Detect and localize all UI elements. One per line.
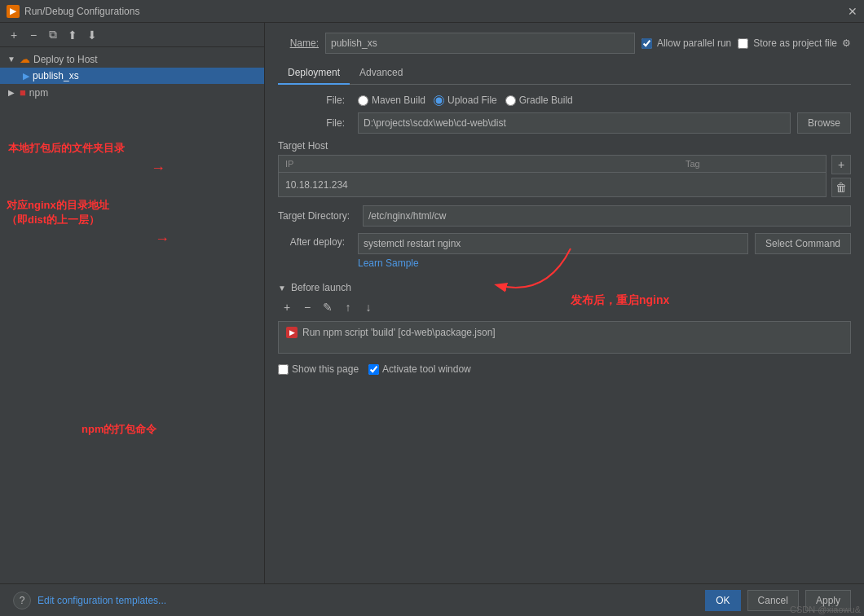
before-launch-remove-btn[interactable]: −: [298, 298, 316, 316]
tab-deployment[interactable]: Deployment: [278, 62, 350, 85]
after-deploy-row: After deploy: Select Command Learn Sampl…: [278, 233, 851, 269]
tab-advanced[interactable]: Advanced: [350, 62, 412, 85]
activate-tool-label: Activate tool window: [382, 363, 471, 375]
close-btn[interactable]: ✕: [848, 5, 857, 18]
target-dir-row: Target Directory:: [278, 205, 851, 227]
remove-host-btn[interactable]: 🗑: [831, 178, 851, 197]
show-page-option[interactable]: Show this page: [278, 363, 359, 375]
ip-cell: 10.18.121.234: [279, 173, 679, 197]
activate-tool-option[interactable]: Activate tool window: [368, 363, 471, 375]
after-deploy-input[interactable]: [358, 233, 748, 254]
tag-cell: [679, 173, 827, 197]
before-launch-item[interactable]: ▶ Run npm script 'build' [cd-web\package…: [280, 323, 849, 341]
allow-parallel-label: Allow parallel run: [657, 37, 731, 49]
npm-script-label: Run npm script 'build' [cd-web\package.j…: [302, 327, 496, 338]
before-launch-edit-btn[interactable]: ✎: [319, 298, 337, 316]
gradle-build-radio[interactable]: [505, 95, 516, 106]
publish-xs-label: publish_xs: [33, 70, 79, 81]
before-launch-area: ▶ Run npm script 'build' [cd-web\package…: [278, 321, 851, 354]
target-dir-label: Target Directory:: [278, 210, 356, 222]
window-title: Run/Debug Configurations: [24, 6, 848, 17]
before-launch-header: ▼ Before launch: [278, 282, 851, 293]
name-row: Name: Allow parallel run Store as projec…: [278, 33, 851, 54]
show-page-checkbox[interactable]: [278, 364, 289, 375]
deploy-group-icon: ☁: [20, 53, 30, 65]
learn-sample-link[interactable]: Learn Sample: [358, 257, 419, 269]
table-row[interactable]: 10.18.121.234: [279, 173, 827, 197]
upload-file-label: Upload File: [447, 95, 497, 106]
bottom-bar: ? Edit configuration templates... OK Can…: [0, 583, 864, 616]
settings-icon[interactable]: ⚙: [842, 37, 851, 49]
target-host-section: Target Host IP Tag 10.18.121.234: [278, 140, 851, 197]
left-panel: + − ⧉ ⬆ ⬇ ▼ ☁ Deploy to Host ▶ publish_x…: [0, 23, 265, 583]
before-launch-down-btn[interactable]: ↓: [359, 298, 377, 316]
store-project-checkbox[interactable]: [738, 38, 748, 49]
npm-expand-icon: ▶: [7, 88, 16, 97]
npm-script-icon: ▶: [286, 327, 298, 338]
gradle-build-label: Gradle Build: [519, 95, 573, 106]
move-down-btn[interactable]: ⬇: [83, 26, 101, 44]
file-path-row: File: Browse: [278, 112, 851, 134]
activate-tool-checkbox[interactable]: [368, 364, 379, 375]
browse-btn[interactable]: Browse: [797, 112, 851, 134]
before-launch-up-btn[interactable]: ↑: [339, 298, 357, 316]
select-command-btn[interactable]: Select Command: [755, 233, 851, 254]
config-icon: ▶: [23, 71, 29, 81]
file-path-label: File:: [278, 117, 351, 129]
parallel-run-option: Allow parallel run: [641, 37, 731, 49]
maven-build-radio[interactable]: [358, 95, 368, 106]
help-btn[interactable]: ?: [13, 592, 31, 609]
before-launch-section: ▼ Before launch + − ✎ ↑ ↓ ▶ Run npm scri…: [278, 282, 851, 354]
store-project-option: Store as project file ⚙: [738, 37, 851, 49]
copy-config-btn[interactable]: ⧉: [44, 26, 62, 44]
target-dir-input[interactable]: [363, 205, 851, 227]
allow-parallel-checkbox[interactable]: [641, 38, 652, 49]
tree-group-npm[interactable]: ▶ ■ npm: [0, 84, 264, 101]
add-config-btn[interactable]: +: [5, 26, 23, 44]
upload-file-option[interactable]: Upload File: [434, 95, 497, 106]
npm-group-icon: ■: [20, 86, 26, 99]
gradle-build-option[interactable]: Gradle Build: [505, 95, 573, 106]
name-input[interactable]: [325, 33, 635, 54]
col-tag: Tag: [679, 156, 827, 173]
before-launch-label: Before launch: [291, 282, 351, 293]
name-label: Name:: [278, 37, 319, 49]
tree-group-deploy[interactable]: ▼ ☁ Deploy to Host: [0, 51, 264, 68]
file-label: File:: [278, 95, 351, 106]
store-project-label: Store as project file: [753, 37, 837, 49]
tree-item-publish-xs[interactable]: ▶ publish_xs: [0, 68, 264, 84]
show-page-label: Show this page: [292, 363, 359, 375]
expand-icon: ▼: [7, 55, 16, 64]
upload-file-radio[interactable]: [434, 95, 444, 106]
after-deploy-label: After deploy:: [278, 233, 351, 248]
config-toolbar: + − ⧉ ⬆ ⬇: [0, 23, 264, 47]
ok-btn[interactable]: OK: [705, 590, 740, 611]
remove-config-btn[interactable]: −: [24, 26, 42, 44]
target-host-table: IP Tag 10.18.121.234: [278, 155, 827, 197]
config-tabs: Deployment Advanced: [278, 62, 851, 85]
app-icon: ▶: [7, 5, 20, 18]
target-host-wrapper: IP Tag 10.18.121.234 + 🗑: [278, 155, 851, 197]
config-tree: ▼ ☁ Deploy to Host ▶ publish_xs ▶ ■ npm: [0, 47, 264, 583]
target-host-label: Target Host: [278, 140, 851, 152]
before-launch-toolbar: + − ✎ ↑ ↓: [278, 298, 851, 316]
after-deploy-content: Select Command Learn Sample: [358, 233, 851, 269]
maven-build-label: Maven Build: [372, 95, 425, 106]
col-ip: IP: [279, 156, 679, 173]
title-bar: ▶ Run/Debug Configurations ✕: [0, 0, 864, 23]
before-launch-add-btn[interactable]: +: [278, 298, 296, 316]
watermark: CSDN @xiaowu&: [790, 605, 861, 614]
file-path-input[interactable]: [358, 112, 791, 134]
file-row: File: Maven Build Upload File Gradle Bui…: [278, 95, 851, 106]
collapse-icon[interactable]: ▼: [278, 284, 286, 293]
right-panel: Name: Allow parallel run Store as projec…: [265, 23, 864, 583]
main-container: + − ⧉ ⬆ ⬇ ▼ ☁ Deploy to Host ▶ publish_x…: [0, 23, 864, 583]
footer-options: Show this page Activate tool window: [278, 363, 851, 375]
add-host-btn[interactable]: +: [831, 155, 851, 174]
deploy-group-label: Deploy to Host: [33, 54, 98, 65]
npm-group-label: npm: [29, 87, 48, 99]
move-up-btn[interactable]: ⬆: [64, 26, 82, 44]
maven-build-option[interactable]: Maven Build: [358, 95, 425, 106]
edit-templates-link[interactable]: Edit configuration templates...: [37, 595, 166, 606]
table-side-buttons: + 🗑: [831, 155, 851, 197]
